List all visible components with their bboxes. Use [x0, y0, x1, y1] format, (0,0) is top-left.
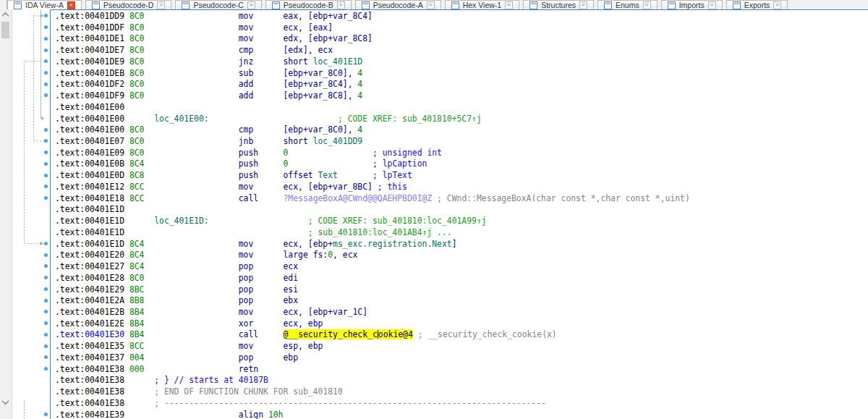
asm-line[interactable]: .text:00401DD9 8C0 mov eax, [ebp+var_8C4…	[55, 11, 373, 22]
asm-token: mov eax, [ebp+var_8C4]	[239, 11, 373, 21]
asm-line[interactable]: .text:00401E37 004 pop ebp	[55, 352, 298, 364]
asm-token: .text:00401E35	[55, 341, 129, 351]
asm-line[interactable]: .text:00401E38 ; -----------------------…	[55, 398, 546, 410]
tab-close-icon[interactable]: ×	[773, 1, 781, 9]
instruction-dot	[44, 48, 48, 52]
asm-line[interactable]: .text:00401DE9 8C0 jnz short loc_401E1D	[55, 56, 362, 68]
scroll-down-button[interactable]	[0, 397, 11, 407]
tab-close-icon[interactable]: ×	[67, 1, 75, 9]
asm-line[interactable]: .text:00401E00 8C0 cmp [ebp+var_8C0], 4	[55, 124, 362, 136]
tab-close-icon[interactable]: ×	[505, 1, 513, 9]
asm-line[interactable]: .text:00401E09 8C0 push 0 ; unsigned int	[55, 148, 442, 159]
asm-line[interactable]: .text:00401DF9 8C0 add [ebp+var_8C8], 4	[55, 90, 362, 102]
asm-token: loc_401E1D:	[154, 216, 208, 226]
spacer	[144, 250, 238, 260]
asm-token: 8C4	[129, 250, 145, 260]
instruction-dot	[44, 37, 48, 41]
instruction-dot	[44, 299, 48, 302]
scroll-up-button[interactable]	[0, 9, 11, 20]
asm-token: ; __security_check_cookie(x)	[418, 329, 557, 339]
tab-pseudocode-b[interactable]: Pseudocode-B×	[265, 0, 352, 9]
asm-line[interactable]: .text:00401E18 8CC call ?MessageBoxA@CWn…	[55, 193, 690, 205]
tab-hex-view-1[interactable]: Hex View-1×	[445, 0, 520, 9]
spacer	[288, 148, 373, 158]
asm-token: ; CODE XREF: sub_401810+5C7↑j	[338, 114, 482, 124]
asm-line[interactable]: .text:00401DE1 8C0 mov edx, [ebp+var_8C8…	[55, 33, 373, 45]
asm-line[interactable]: .text:00401E29 8BC pop esi	[55, 284, 298, 296]
asm-token: pop edi	[239, 273, 298, 283]
asm-line[interactable]: .text:00401E00 loc_401E00: ; CODE XREF: …	[55, 114, 482, 125]
asm-line[interactable]: .text:00401E1D	[55, 204, 124, 216]
asm-line[interactable]: .text:00401DEB 8C0 sub [ebp+var_8C0], 4	[55, 68, 362, 80]
tab-exports[interactable]: Exports×	[726, 0, 788, 9]
asm-token: 8CC	[129, 182, 145, 192]
asm-line[interactable]: .text:00401E00	[55, 102, 124, 114]
asm-token: 8B8	[129, 295, 145, 305]
asm-line[interactable]: .text:00401E2A 8B8 pop ebx	[55, 295, 298, 307]
asm-token: .text:00401DF9	[55, 90, 129, 101]
tab-close-icon[interactable]: ×	[579, 1, 587, 9]
asm-line[interactable]: .text:00401E35 8CC mov esp, ebp	[55, 341, 323, 352]
tab-ida-view-a[interactable]: IDA View-A×	[7, 0, 82, 9]
asm-line[interactable]: .text:00401E1D loc_401E1D: ; CODE XREF: …	[55, 216, 487, 227]
scrollbar-thumb[interactable]	[1, 22, 9, 38]
asm-line[interactable]: .text:00401E38 ; END OF FUNCTION CHUNK F…	[55, 386, 343, 398]
asm-token: push	[239, 158, 284, 169]
asm-line[interactable]: .text:00401E30 8B4 call @__security_chec…	[55, 329, 557, 341]
asm-line[interactable]: .text:00401E38 000 retn	[55, 364, 258, 376]
tab-close-icon[interactable]: ×	[708, 1, 716, 9]
tab-close-icon[interactable]: ×	[427, 1, 435, 9]
tab-close-icon[interactable]: ×	[643, 1, 651, 9]
asm-token: .text:00401E2E	[55, 318, 129, 329]
asm-line[interactable]: .text:00401E28 8C0 pop edi	[55, 273, 298, 284]
spacer	[124, 375, 154, 385]
tab-imports[interactable]: Imports×	[661, 0, 723, 9]
tab-structures[interactable]: Structures×	[523, 0, 594, 9]
asm-token: ; --------------------------------------…	[154, 398, 546, 408]
asm-token: call	[239, 329, 284, 339]
asm-line[interactable]: .text:00401DE7 8C0 cmp [edx], ecx	[55, 45, 333, 56]
tab-label: Structures	[541, 1, 576, 9]
disassembly-view[interactable]: .text:00401DD9 8C0 mov eax, [ebp+var_8C4…	[50, 9, 868, 419]
pseudocode-icon	[362, 1, 370, 9]
asm-line[interactable]: .text:00401DF2 8C0 add [ebp+var_8C4], 4	[55, 79, 362, 90]
asm-token: 8C0	[129, 124, 145, 135]
instruction-dot	[44, 264, 48, 268]
asm-token: mov ecx, [ebp+	[239, 239, 333, 249]
tab-close-icon[interactable]: ×	[247, 1, 255, 9]
asm-token: ookie@4	[378, 329, 413, 339]
asm-line[interactable]: .text:00401E0B 8C4 push 0 ; lpCaption	[55, 158, 427, 170]
asm-token: 8C0	[129, 33, 145, 43]
asm-token: 8C0	[129, 56, 145, 67]
asm-token: ; this	[378, 182, 407, 192]
structures-icon	[529, 1, 537, 9]
pseudocode-icon	[272, 1, 280, 9]
instruction-dot	[44, 355, 48, 359]
asm-token: .text:00401E1D	[55, 239, 129, 249]
tab-pseudocode-d[interactable]: Pseudocode-D×	[85, 0, 171, 9]
vertical-scrollbar[interactable]	[0, 9, 12, 419]
instruction-dot	[44, 59, 48, 63]
tab-close-icon[interactable]: ×	[337, 1, 345, 9]
asm-line[interactable]: .text:00401E12 8CC mov ecx, [ebp+var_8BC…	[55, 182, 407, 193]
asm-token: .text:00401E2A	[55, 295, 129, 305]
tab-enums[interactable]: Enums×	[597, 0, 658, 9]
asm-line[interactable]: .text:00401E1D ; sub_401810:loc_401AB4↑j…	[55, 227, 452, 239]
tab-close-icon[interactable]: ×	[157, 1, 165, 9]
asm-line[interactable]: .text:00401E0D 8C8 push offset Text ; lp…	[55, 170, 412, 182]
asm-token: Text	[318, 170, 338, 180]
asm-token: 8C4	[129, 261, 145, 271]
asm-line[interactable]: .text:00401DDF 8C0 mov ecx, [eax]	[55, 22, 333, 34]
asm-token: ; CWnd::MessageBoxA(char const *,char co…	[437, 193, 690, 203]
asm-line[interactable]: .text:00401E1D 8C4 mov ecx, [ebp+ms_exc.…	[55, 239, 457, 250]
asm-line[interactable]: .text:00401E07 8C0 jnb short loc_401DD9	[55, 136, 362, 148]
asm-token: add [ebp+var_8C8],	[239, 90, 358, 101]
asm-line[interactable]: .text:00401E27 8C4 pop ecx	[55, 261, 298, 273]
asm-line[interactable]: .text:00401E2B 8B4 mov ecx, [ebp+var_1C]	[55, 307, 367, 318]
tab-pseudocode-c[interactable]: Pseudocode-C×	[175, 0, 261, 9]
asm-line[interactable]: .text:00401E2E 8B4 xor ecx, ebp	[55, 318, 323, 330]
asm-line[interactable]: .text:00401E38 ; } // starts at 40187B	[55, 375, 268, 386]
tab-pseudocode-a[interactable]: Pseudocode-A×	[355, 0, 441, 9]
asm-line[interactable]: .text:00401E20 8C4 mov large fs:0, ecx	[55, 250, 357, 261]
asm-line[interactable]: .text:00401E39 align 10h	[55, 410, 283, 419]
